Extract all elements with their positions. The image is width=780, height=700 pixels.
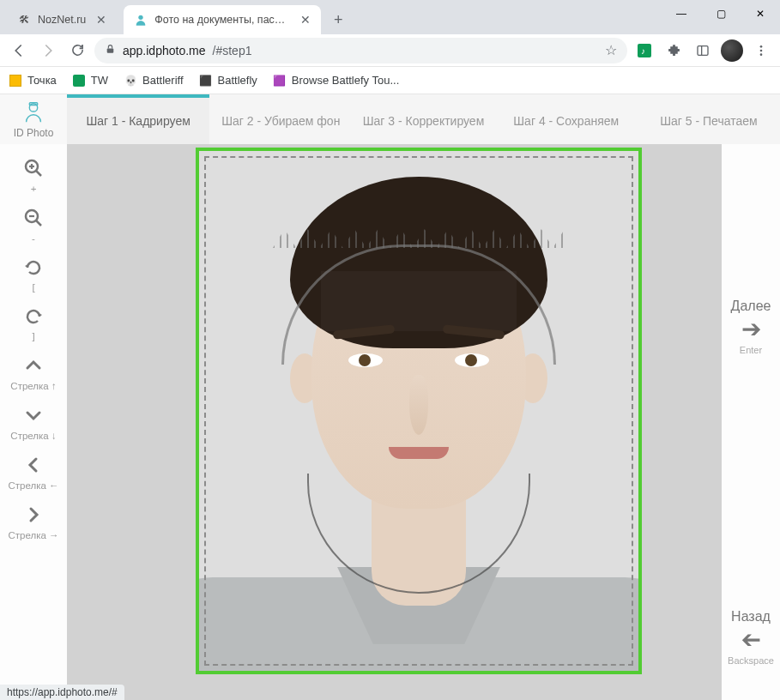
step-1[interactable]: Шаг 1 - Кадрируем (67, 94, 209, 144)
flame-icon: ⬛ (199, 74, 213, 88)
close-icon[interactable]: ✕ (96, 13, 106, 27)
bookmark-label: Battleriff (142, 74, 183, 87)
canvas[interactable] (67, 144, 722, 700)
overlay-chin-guide (307, 474, 530, 594)
forward-button[interactable] (36, 39, 60, 63)
tool-label: Стрелка ↓ (10, 431, 56, 441)
move-left-button[interactable]: Стрелка ← (0, 450, 67, 499)
new-tab-button[interactable]: + (326, 8, 350, 32)
move-down-button[interactable]: Стрелка ↓ (0, 400, 67, 450)
chevron-up-icon (23, 355, 44, 379)
bookmark-item[interactable]: TW (72, 74, 108, 88)
next-button[interactable]: Далее ➔ Enter (722, 299, 780, 355)
step-label: Шаг 1 - Кадрируем (86, 114, 190, 128)
tool-label: Стрелка ↑ (10, 381, 56, 391)
url-host: app.idphoto.me (123, 44, 206, 57)
svg-line-10 (36, 171, 41, 176)
window-controls: — ▢ ✕ (662, 0, 780, 27)
square-icon (73, 75, 85, 87)
bookmarks-bar: Точка TW 💀Battleriff ⬛Battlefly 🟪Browse … (0, 67, 780, 94)
svg-point-5 (760, 49, 763, 51)
tab-active[interactable]: Фото на документы, паспорта, ✕ (124, 5, 321, 34)
target-icon: 🟪 (273, 74, 287, 88)
photo-preview (199, 151, 638, 671)
bookmark-label: TW (91, 74, 108, 87)
right-rail: Далее ➔ Enter Назад ➔ Backspace (722, 144, 780, 700)
back-hint: Backspace (728, 655, 774, 666)
tab-inactive[interactable]: 🛠 NozNet.ru ✕ (7, 5, 117, 34)
tool-label: ] (32, 331, 34, 341)
arrow-left-icon: ➔ (741, 628, 761, 652)
app-root: ID Photo Шаг 1 - Кадрируем Шаг 2 - Убира… (0, 94, 780, 700)
arrow-right-icon: ➔ (741, 317, 761, 341)
zoom-in-button[interactable]: + (0, 153, 67, 202)
zoom-out-icon (23, 208, 44, 232)
zoom-in-icon (23, 158, 44, 182)
step-label: Шаг 3 - Корректируем (363, 114, 485, 128)
extensions-icon[interactable] (662, 39, 686, 63)
tab-title: Фото на документы, паспорта, (154, 14, 290, 26)
square-icon (9, 75, 21, 87)
bookmark-item[interactable]: Точка (9, 74, 57, 88)
next-label: Далее (731, 299, 771, 314)
tool-label: Стрелка ← (8, 480, 58, 491)
step-label: Шаг 4 - Сохраняем (513, 114, 619, 128)
svg-rect-1 (107, 48, 114, 52)
app-logo[interactable]: ID Photo (0, 94, 67, 144)
user-icon (134, 13, 148, 27)
logo-label: ID Photo (14, 127, 54, 139)
extension-icon[interactable]: ♪ (632, 39, 656, 63)
left-toolbar: + - [ ] Стрелка ↑ Стрелка ↓ (0, 144, 67, 700)
tool-label: + (31, 184, 37, 194)
zoom-out-button[interactable]: - (0, 202, 67, 252)
avatar[interactable] (720, 39, 744, 63)
url-path: /#step1 (213, 44, 252, 57)
chevron-down-icon (23, 405, 44, 429)
bookmark-label: Точка (27, 74, 57, 87)
bookmark-item[interactable]: ⬛Battlefly (199, 74, 257, 88)
tab-title: NozNet.ru (38, 14, 86, 26)
minimize-button[interactable]: — (662, 0, 701, 27)
svg-line-14 (36, 220, 41, 226)
step-3[interactable]: Шаг 3 - Корректируем (352, 94, 494, 144)
close-icon[interactable]: ✕ (300, 13, 311, 27)
step-4[interactable]: Шаг 4 - Сохраняем (495, 94, 638, 144)
tool-label: - (32, 233, 35, 244)
rotate-ccw-button[interactable]: [ (0, 252, 67, 301)
chevron-left-icon (23, 455, 44, 479)
svg-rect-2 (698, 45, 708, 55)
sidebar-icon[interactable] (691, 39, 715, 63)
svg-point-6 (760, 53, 763, 56)
step-label: Шаг 5 - Печатаем (660, 114, 757, 128)
tool-label: [ (32, 282, 34, 293)
svg-point-0 (139, 15, 143, 20)
maximize-button[interactable]: ▢ (701, 0, 741, 27)
chevron-right-icon (23, 504, 44, 528)
back-button[interactable] (7, 39, 31, 63)
step-label: Шаг 2 - Убираем фон (221, 114, 340, 128)
workspace: + - [ ] Стрелка ↑ Стрелка ↓ (0, 144, 780, 700)
move-right-button[interactable]: Стрелка → (0, 499, 67, 549)
menu-icon[interactable] (749, 39, 773, 63)
wrench-icon: 🛠 (17, 13, 31, 27)
step-2[interactable]: Шаг 2 - Убираем фон (209, 94, 352, 144)
browser-toolbar: app.idphoto.me/#step1 ☆ ♪ (0, 34, 780, 67)
tool-label: Стрелка → (8, 530, 58, 540)
step-5[interactable]: Шаг 5 - Печатаем (638, 94, 780, 144)
back-button-app[interactable]: Назад ➔ Backspace (722, 609, 780, 666)
rotate-cw-button[interactable]: ] (0, 301, 67, 350)
bookmark-item[interactable]: 🟪Browse Battlefy Tou... (273, 74, 400, 88)
next-hint: Enter (740, 345, 762, 355)
crop-frame[interactable] (196, 148, 642, 674)
bookmark-star-icon[interactable]: ☆ (605, 42, 617, 58)
reload-button[interactable] (65, 39, 89, 63)
lock-icon (105, 44, 116, 57)
close-window-button[interactable]: ✕ (741, 0, 780, 27)
move-up-button[interactable]: Стрелка ↑ (0, 350, 67, 400)
skull-icon: 💀 (124, 74, 137, 88)
status-bar-link: https://app.idphoto.me/# (0, 685, 124, 700)
address-bar[interactable]: app.idphoto.me/#step1 ☆ (94, 38, 627, 63)
bookmark-item[interactable]: 💀Battleriff (124, 74, 183, 88)
steps-bar: ID Photo Шаг 1 - Кадрируем Шаг 2 - Убира… (0, 94, 780, 144)
rotate-ccw-icon (23, 257, 44, 281)
